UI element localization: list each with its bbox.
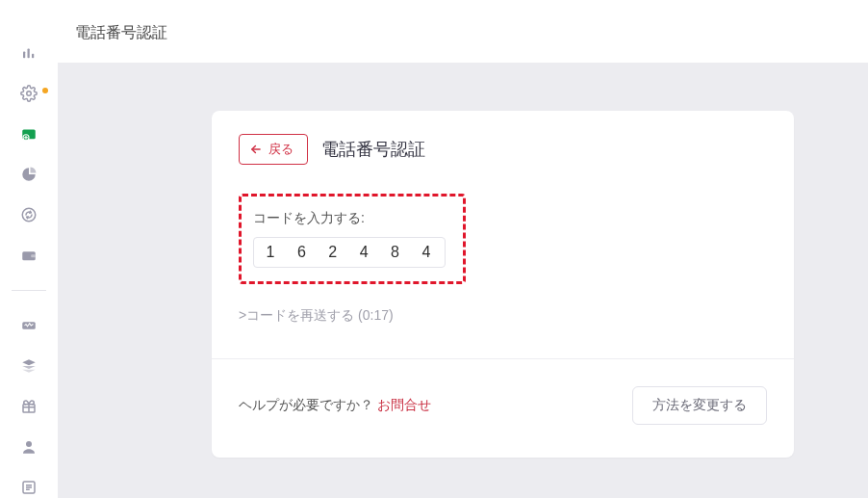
sidebar-separator [12,290,46,291]
user-icon[interactable] [19,437,38,457]
code-digit-3: 2 [326,244,342,261]
code-digit-1: 1 [264,244,279,261]
back-button[interactable]: 戻る [239,134,308,165]
svg-point-11 [26,441,32,447]
svg-point-6 [22,208,36,222]
layers-icon[interactable] [19,356,38,376]
resend-code-text: >コードを再送する (0:17) [239,307,767,325]
svg-rect-8 [31,254,36,257]
sidebar [0,0,58,498]
change-method-button[interactable]: 方法を変更する [632,386,767,425]
help-text: ヘルプが必要ですか？ お問合せ [239,397,431,414]
pie-icon[interactable] [19,165,38,184]
notification-dot [42,88,48,93]
code-digit-6: 4 [420,244,435,261]
code-digit-5: 8 [389,244,404,261]
list-icon[interactable] [19,478,38,497]
svg-rect-2 [32,54,34,59]
resend-timer: 0:17 [363,307,389,323]
deposit-icon[interactable] [19,124,38,144]
content-area: 戻る 電話番号認証 コードを入力する: 1 6 2 4 8 4 [58,63,868,498]
refresh-circle-icon[interactable] [19,205,38,224]
main-area: 電話番号認証 戻る 電話番号認証 コードを入力する: 1 6 [58,0,868,498]
verification-card: 戻る 電話番号認証 コードを入力する: 1 6 2 4 8 4 [212,111,794,458]
code-digit-2: 6 [294,244,310,261]
code-entry-highlight: コードを入力する: 1 6 2 4 8 4 [239,194,466,284]
contact-link[interactable]: お問合せ [377,397,431,412]
code-input[interactable]: 1 6 2 4 8 4 [253,237,446,268]
card-title: 電話番号認証 [321,138,425,161]
back-button-label: 戻る [268,141,294,158]
arrow-left-icon [249,143,263,156]
svg-point-3 [27,92,32,96]
gear-icon[interactable] [19,84,38,103]
svg-rect-1 [28,49,30,59]
svg-rect-9 [22,322,36,329]
code-digit-4: 4 [357,244,372,261]
activity-icon[interactable] [19,316,38,335]
wallet-icon[interactable] [19,246,38,265]
page-title: 電話番号認証 [58,0,868,63]
code-label: コードを入力する: [253,210,446,227]
svg-rect-0 [23,52,25,59]
gift-icon[interactable] [19,397,38,416]
chart-bar-icon[interactable] [19,43,38,63]
